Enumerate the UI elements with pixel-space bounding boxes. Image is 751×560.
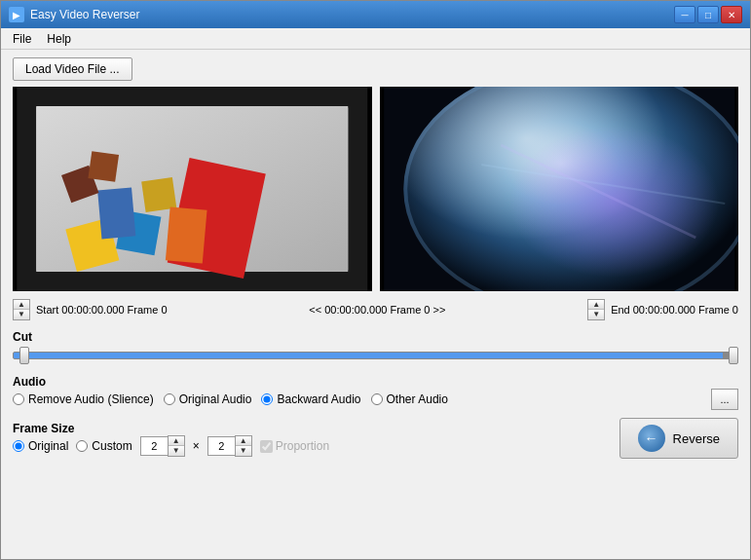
reverse-icon: ← [638,425,665,452]
audio-original-label: Original Audio [179,392,252,406]
height-spinner-btns: ▲ ▼ [235,435,252,457]
minimize-button[interactable]: ─ [674,6,695,23]
audio-remove-option[interactable]: Remove Audio (Slience) [13,392,154,406]
proportion-label: Proportion [276,439,329,453]
height-input[interactable] [207,436,235,456]
mid-label: << 00:00:00.000 Frame 0 >> [173,304,582,316]
width-spin-up[interactable]: ▲ [169,436,184,446]
audio-browse-button[interactable]: ... [711,389,738,410]
cut-label: Cut [13,330,738,344]
svg-rect-5 [97,188,135,240]
frame-original-option[interactable]: Original [13,439,68,453]
slider-track [13,352,738,359]
size-separator: × [193,439,200,453]
maximize-button[interactable]: □ [697,6,719,23]
audio-label: Audio [13,375,738,389]
end-spin-down[interactable]: ▼ [588,310,604,319]
slider-thumb-right[interactable] [729,347,738,364]
load-video-button[interactable]: Load Video File ... [13,57,132,81]
audio-backward-option[interactable]: Backward Audio [261,392,360,406]
main-window: ▶ Easy Video Reverser ─ □ ✕ File Help Lo… [0,0,751,560]
window-title: Easy Video Reverser [30,8,674,21]
audio-section: Audio Remove Audio (Slience) Original Au… [13,373,738,410]
audio-original-radio[interactable] [164,393,175,405]
cut-slider[interactable] [13,346,738,365]
end-spin-up[interactable]: ▲ [588,300,604,310]
close-button[interactable]: ✕ [721,6,742,23]
audio-remove-label: Remove Audio (Slience) [28,392,154,406]
output-video-panel [380,87,739,291]
cut-section: Cut [13,328,738,367]
width-spinner-btns: ▲ ▼ [168,435,185,457]
start-spin-down[interactable]: ▼ [14,310,29,319]
frame-original-label: Original [28,439,68,453]
audio-other-label: Other Audio [387,392,448,406]
reverse-button[interactable]: ← Reverse [620,418,738,459]
end-frame-spinner[interactable]: ▲ ▼ [587,299,605,320]
audio-other-radio[interactable] [371,393,383,405]
svg-rect-10 [166,206,207,263]
frame-size-section: Frame Size Original Custom ▲ [13,420,329,457]
height-spin-up[interactable]: ▲ [236,436,251,446]
start-frame-spinner[interactable]: ▲ ▼ [13,299,30,320]
width-spinner: ▲ ▼ [140,435,185,457]
menu-file[interactable]: File [5,30,39,48]
slider-thumb-left[interactable] [19,347,29,364]
height-spin-down[interactable]: ▼ [236,446,251,456]
bottom-row: Frame Size Original Custom ▲ [13,418,738,459]
audio-backward-radio[interactable] [261,393,273,405]
audio-original-option[interactable]: Original Audio [164,392,252,406]
source-video-canvas [13,87,372,291]
main-content: Load Video File ... [1,50,750,559]
svg-point-14 [403,87,738,291]
width-spin-down[interactable]: ▼ [169,446,184,456]
frame-custom-label: Custom [92,439,131,453]
menu-help[interactable]: Help [39,30,79,48]
svg-rect-8 [88,151,119,182]
end-label: End 00:00:00.000 Frame 0 [611,304,738,316]
width-input[interactable] [140,436,168,456]
frame-original-radio[interactable] [13,440,24,452]
title-bar: ▶ Easy Video Reverser ─ □ ✕ [1,1,750,28]
video-panels [13,87,738,291]
height-spinner: ▲ ▼ [207,435,252,457]
audio-options: Remove Audio (Slience) Original Audio Ba… [13,389,738,410]
start-label: Start 00:00:00.000 Frame 0 [36,304,168,316]
frame-size-label: Frame Size [13,422,329,435]
audio-backward-label: Backward Audio [277,392,360,406]
audio-other-option[interactable]: Other Audio [371,392,448,406]
frame-size-controls: Original Custom ▲ ▼ × [13,435,329,457]
app-icon: ▶ [9,7,24,22]
frame-custom-option[interactable]: Custom [76,439,131,453]
window-controls: ─ □ ✕ [674,6,742,23]
reverse-label: Reverse [673,431,720,446]
proportion-checkbox[interactable] [260,440,273,453]
menu-bar: File Help [1,28,750,50]
source-video-panel [13,87,372,291]
start-spin-up[interactable]: ▲ [14,300,29,310]
output-video-canvas [380,87,739,291]
frame-custom-radio[interactable] [76,440,88,452]
audio-remove-radio[interactable] [13,393,24,405]
proportion-option[interactable]: Proportion [260,439,329,453]
timeline-bar: ▲ ▼ Start 00:00:00.000 Frame 0 << 00:00:… [13,297,738,322]
